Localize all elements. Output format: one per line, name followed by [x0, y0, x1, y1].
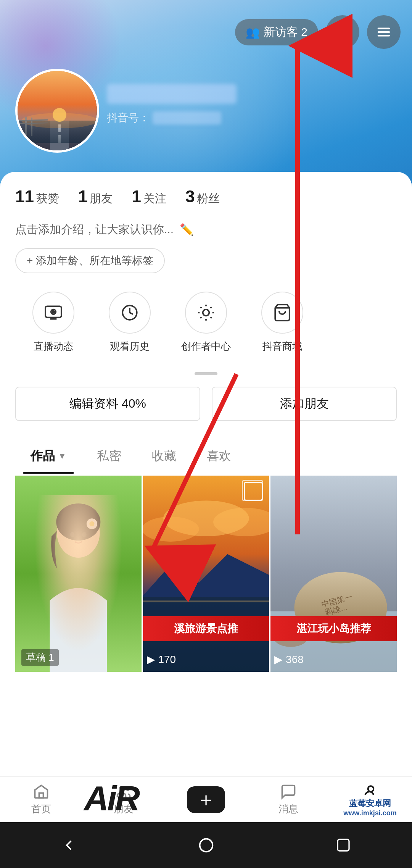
svg-rect-9 [58, 135, 61, 143]
add-tag-label: + 添加年龄、所在地等标签 [27, 253, 153, 268]
nav-plus-button[interactable]: ＋ [187, 786, 225, 813]
svg-rect-13 [31, 118, 32, 136]
draft-badge: 草稿 1 [21, 649, 59, 666]
stats-row: 11 获赞 1 朋友 1 关注 3 粉丝 [15, 187, 397, 207]
friends-count: 1 [78, 187, 87, 206]
svg-point-29 [87, 518, 97, 529]
following-count: 1 [132, 187, 141, 206]
svg-line-15 [18, 123, 48, 124]
svg-point-27 [70, 532, 74, 537]
tab-private-label: 私密 [97, 448, 121, 465]
following-label: 关注 [143, 191, 166, 207]
douyin-id: 抖音号： [107, 111, 237, 125]
edit-profile-label: 编辑资料 40% [69, 395, 146, 412]
nav-messages-label: 消息 [278, 802, 298, 816]
svg-point-33 [143, 517, 199, 542]
tab-works[interactable]: 作品 ▼ [15, 440, 82, 474]
svg-rect-12 [25, 117, 27, 136]
friends-label: 朋友 [90, 191, 113, 207]
action-buttons: 编辑资料 40% 添加朋友 [15, 387, 397, 421]
feature-live[interactable]: 直播动态 [15, 292, 92, 353]
add-tag-button[interactable]: + 添加年龄、所在地等标签 [15, 248, 165, 273]
svg-rect-49 [39, 793, 43, 798]
watermark-line2: www.imkjsi.com [333, 809, 407, 817]
shop-label: 抖音商城 [262, 340, 302, 353]
username-blurred [107, 84, 237, 104]
svg-rect-7 [50, 121, 69, 153]
svg-point-30 [89, 521, 94, 526]
nav-plus[interactable]: ＋ [179, 786, 233, 813]
grid-item-3[interactable]: 中国第一 羁雄... 湛江玩小岛推荐 ▶ 368 [270, 476, 397, 672]
top-bar: 👥 新访客 2 [235, 15, 401, 49]
watermark-line1: 蓝莓安卓网 [333, 798, 407, 809]
edit-profile-button[interactable]: 编辑资料 40% [15, 387, 200, 421]
content-grid: 草稿 1 [15, 476, 397, 672]
svg-line-14 [18, 120, 48, 121]
edit-bio-icon[interactable]: ✏️ [180, 223, 194, 236]
creator-icon-wrap [185, 292, 227, 334]
tab-liked[interactable]: 喜欢 [192, 440, 246, 474]
multi-icon [244, 482, 263, 501]
android-back-button[interactable] [53, 834, 84, 857]
history-icon-wrap [109, 292, 151, 334]
android-recents-button[interactable] [328, 834, 359, 857]
stat-likes[interactable]: 11 获赞 [15, 187, 59, 207]
android-nav-bar [0, 822, 412, 868]
nav-messages[interactable]: 消息 [262, 783, 315, 816]
banner-tag-3: 湛江玩小岛推荐 [270, 616, 397, 641]
tab-chevron-icon: ▼ [58, 451, 66, 461]
scroll-indicator [15, 372, 397, 375]
svg-rect-8 [58, 124, 61, 132]
watermark: 蓝莓安卓网 www.imkjsi.com [328, 795, 412, 820]
svg-point-11 [53, 108, 66, 122]
grid-item-1[interactable]: 草稿 1 [15, 476, 142, 672]
main-card: 11 获赞 1 朋友 1 关注 3 粉丝 点击添加介绍，让大家认识你... ✏️… [0, 172, 412, 859]
tab-private[interactable]: 私密 [82, 440, 137, 474]
android-home-button[interactable] [191, 834, 221, 857]
nav-home-label: 首页 [31, 802, 51, 816]
svg-point-28 [82, 532, 87, 537]
add-friend-button[interactable]: 添加朋友 [212, 387, 397, 421]
stat-following[interactable]: 1 关注 [132, 187, 166, 207]
stat-followers[interactable]: 3 粉丝 [185, 187, 220, 207]
stat-friends[interactable]: 1 朋友 [78, 187, 113, 207]
svg-marker-18 [53, 311, 55, 313]
svg-rect-24 [15, 476, 142, 672]
username-area: 抖音号： [107, 84, 237, 125]
bio-row[interactable]: 点击添加介绍，让大家认识你... ✏️ [15, 222, 397, 237]
feature-creator[interactable]: 创作者中心 [168, 292, 244, 353]
play-count-2: ▶ 170 [147, 653, 176, 666]
visitor-label: 新访客 2 [264, 24, 307, 40]
features-row: 直播动态 观看历史 创作者中心 [15, 292, 397, 353]
grid-item-2[interactable]: 溪旅游景点推 ▶ 170 [143, 476, 269, 672]
air-text: AiR [84, 779, 138, 818]
svg-point-26 [56, 503, 100, 540]
tabs-row: 作品 ▼ 私密 收藏 喜欢 [15, 440, 397, 474]
visitor-button[interactable]: 👥 新访客 2 [235, 19, 318, 45]
feature-shop[interactable]: 抖音商城 [244, 292, 320, 353]
followers-count: 3 [185, 187, 195, 206]
svg-rect-54 [338, 839, 349, 851]
feature-history[interactable]: 观看历史 [92, 292, 168, 353]
tab-saved[interactable]: 收藏 [137, 440, 192, 474]
tab-saved-label: 收藏 [152, 448, 176, 465]
likes-count: 11 [15, 187, 34, 206]
history-label: 观看历史 [110, 340, 150, 353]
nav-plus-icon: ＋ [196, 787, 216, 812]
add-friend-label: 添加朋友 [280, 395, 329, 412]
svg-point-22 [203, 310, 209, 316]
live-label: 直播动态 [34, 340, 73, 353]
menu-button[interactable] [367, 15, 401, 49]
creator-label: 创作者中心 [181, 340, 231, 353]
banner-tag-2: 溪旅游景点推 [143, 616, 269, 641]
tab-works-label: 作品 [31, 448, 55, 465]
visitor-icon: 👥 [246, 26, 260, 39]
search-button[interactable] [326, 15, 359, 49]
followers-label: 粉丝 [197, 191, 220, 207]
svg-point-25 [57, 508, 100, 558]
bio-text: 点击添加介绍，让大家认识你... [15, 222, 174, 237]
shop-icon-wrap [261, 292, 303, 334]
nav-home[interactable]: 首页 [14, 783, 68, 816]
tab-liked-label: 喜欢 [207, 448, 231, 465]
avatar[interactable] [15, 69, 99, 153]
